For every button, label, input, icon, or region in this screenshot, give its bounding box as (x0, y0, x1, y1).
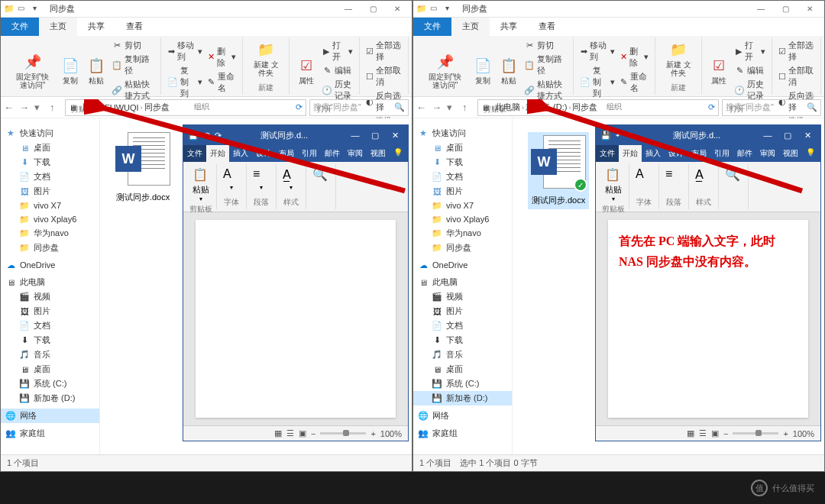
sidebar-item[interactable]: 📁华为navo (413, 226, 512, 241)
sidebar-item[interactable]: 📄文档 (413, 170, 512, 184)
network[interactable]: 🌐网络 (1, 409, 99, 423)
up-button[interactable]: ↑ (50, 102, 62, 113)
redo-icon[interactable]: ↷ (627, 131, 634, 141)
sidebar-item[interactable]: 💾系统 (C:) (413, 376, 512, 391)
zoom-out[interactable]: − (311, 429, 315, 438)
selectnone-button[interactable]: ☐全部取消 (777, 64, 816, 89)
tab-view[interactable]: 查看 (115, 18, 154, 36)
tab-share[interactable]: 共享 (490, 18, 528, 36)
sidebar-item[interactable]: 💾新加卷 (D:) (1, 391, 99, 405)
delete-button[interactable]: ✕删除▾ (618, 45, 650, 69)
minimize-button[interactable]: ― (347, 131, 364, 141)
sidebar-item[interactable]: ⬇下载 (413, 333, 512, 347)
sidebar-item[interactable]: ⬇下载 (1, 155, 99, 170)
zoom-level[interactable]: 100% (793, 429, 814, 438)
quick-access[interactable]: ★快速访问 (413, 126, 512, 141)
tab-file[interactable]: 文件 (413, 18, 451, 36)
zoom-in[interactable]: + (783, 429, 788, 438)
copypath-button[interactable]: 📋复制路径 (110, 53, 156, 77)
sidebar-item[interactable]: 📄文档 (1, 318, 99, 333)
tab-share[interactable]: 共享 (77, 18, 115, 36)
sidebar-item[interactable]: 🎬视频 (1, 289, 99, 304)
close-button[interactable]: ✕ (798, 2, 821, 17)
view-icon[interactable]: ☰ (699, 428, 707, 438)
file-list[interactable]: W ✓ 测试同步.docx 💾↶↷ 测试同步.d... ―▢✕ 文件 开始 插入… (513, 118, 824, 454)
sidebar-item[interactable]: 💾新加卷 (D:) (413, 391, 512, 405)
copy-button[interactable]: 📄复制 (58, 55, 82, 86)
copyto-button[interactable]: 📄复制到▾ (166, 64, 204, 100)
word-tell-me[interactable]: 💡 (802, 145, 819, 162)
minimize-button[interactable]: ― (759, 131, 776, 141)
sidebar-item[interactable]: 📁vivo Xplay6 (1, 212, 99, 226)
moveto-button[interactable]: ➡移动到▾ (166, 39, 204, 63)
word-tab[interactable]: 设计 (665, 145, 688, 162)
word-tab-home[interactable]: 开始 (206, 145, 229, 162)
view-icon[interactable]: ☰ (286, 428, 294, 438)
word-tab-file[interactable]: 文件 (183, 145, 206, 162)
rename-button[interactable]: ✎重命名 (205, 70, 238, 95)
styles-group[interactable]: A̲▾ (280, 166, 302, 192)
paragraph-group[interactable]: ≡▾ (251, 166, 272, 192)
word-tab[interactable]: 设计 (252, 145, 275, 162)
copyto-button[interactable]: 📄复制到▾ (578, 64, 616, 100)
redo-icon[interactable]: ↷ (215, 131, 222, 141)
word-tab[interactable]: 插入 (642, 145, 665, 162)
pin-button[interactable]: 📌固定到"快 速访问" (421, 51, 469, 91)
breadcrumb-part[interactable]: 同步盘 (572, 102, 597, 113)
maximize-button[interactable]: ▢ (779, 131, 796, 141)
sidebar-item[interactable]: 📄文档 (1, 170, 99, 184)
onedrive[interactable]: ☁OneDrive (413, 258, 512, 272)
view-icon[interactable]: ▣ (711, 428, 719, 438)
paste-button[interactable]: 📋粘贴▾ (189, 166, 212, 204)
back-button[interactable]: ← (4, 102, 16, 113)
delete-button[interactable]: ✕删除▾ (205, 45, 238, 69)
maximize-button[interactable]: ▢ (774, 2, 797, 17)
word-tab[interactable]: 布局 (688, 145, 710, 162)
sidebar-item[interactable]: 💾系统 (C:) (1, 376, 99, 391)
file-item[interactable]: W 测试同步.docx (115, 132, 170, 203)
close-button[interactable]: ✕ (799, 131, 816, 141)
paragraph-group[interactable]: ≡ (663, 166, 684, 186)
refresh-button[interactable]: ⟳ (708, 102, 715, 112)
word-tab[interactable]: 审阅 (756, 145, 779, 162)
sidebar-item[interactable]: 📄文档 (413, 318, 512, 333)
sidebar-item[interactable]: 🖼图片 (413, 304, 512, 318)
font-group[interactable]: A▾ (221, 166, 242, 192)
tab-home[interactable]: 主页 (451, 18, 490, 36)
onedrive[interactable]: ☁OneDrive (1, 258, 99, 272)
file-list[interactable]: W 测试同步.docx 💾↶↷ 测试同步.d... ―▢✕ 文件 开始 插入 设… (100, 118, 412, 454)
cut-button[interactable]: ✂剪切 (110, 39, 156, 52)
undo-icon[interactable]: ↶ (203, 131, 210, 141)
sidebar-item[interactable]: ⬇下载 (1, 333, 99, 347)
word-tab[interactable]: 布局 (275, 145, 298, 162)
find-button[interactable]: 🔍 (723, 166, 744, 186)
file-item-selected[interactable]: W ✓ 测试同步.docx (528, 132, 589, 209)
find-button[interactable]: 🔍 (310, 166, 332, 186)
word-tab[interactable]: 引用 (710, 145, 733, 162)
undo-icon[interactable]: ↶ (616, 131, 623, 141)
open-button[interactable]: ▶打开▾ (320, 39, 354, 63)
word-tab[interactable]: 邮件 (321, 145, 344, 162)
this-pc[interactable]: 🖥此电脑 (1, 275, 99, 289)
properties-button[interactable]: ☑属性 (707, 55, 731, 86)
qat-dropdown[interactable]: ▾ (33, 4, 44, 15)
paste-button[interactable]: 📋粘贴 (84, 55, 108, 86)
edit-button[interactable]: ✎编辑 (320, 64, 354, 77)
word-document-area[interactable]: 首先在 PC 端输入文字，此时 NAS 同步盘中没有内容。 (596, 212, 820, 425)
newfolder-button[interactable]: 📁新建 文件夹 (660, 39, 697, 79)
save-icon[interactable]: 💾 (188, 131, 199, 141)
sidebar-item[interactable]: 🖥桌面 (1, 141, 99, 155)
sidebar-item[interactable]: 📁vivo X7 (413, 199, 512, 212)
selectall-button[interactable]: ☑全部选择 (364, 39, 403, 63)
copypath-button[interactable]: 📋复制路径 (522, 53, 568, 77)
qat-btn[interactable]: ▭ (18, 4, 28, 15)
tab-file[interactable]: 文件 (1, 18, 39, 36)
sidebar-item[interactable]: 🖥桌面 (413, 362, 512, 376)
close-button[interactable]: ✕ (387, 131, 403, 141)
sidebar-item[interactable]: 🖼图片 (1, 304, 99, 318)
sidebar-item[interactable]: 🎵音乐 (413, 347, 512, 362)
minimize-button[interactable]: ― (337, 2, 360, 17)
breadcrumb[interactable]: 🖥› 网络› FUWUQI› 同步盘 ⟳ (65, 99, 306, 116)
breadcrumb[interactable]: 🖥› 此电脑› 新加卷 (D:)› 同步盘 ⟳ (477, 99, 719, 116)
pin-button[interactable]: 📌固定到"快 速访问" (8, 51, 57, 91)
